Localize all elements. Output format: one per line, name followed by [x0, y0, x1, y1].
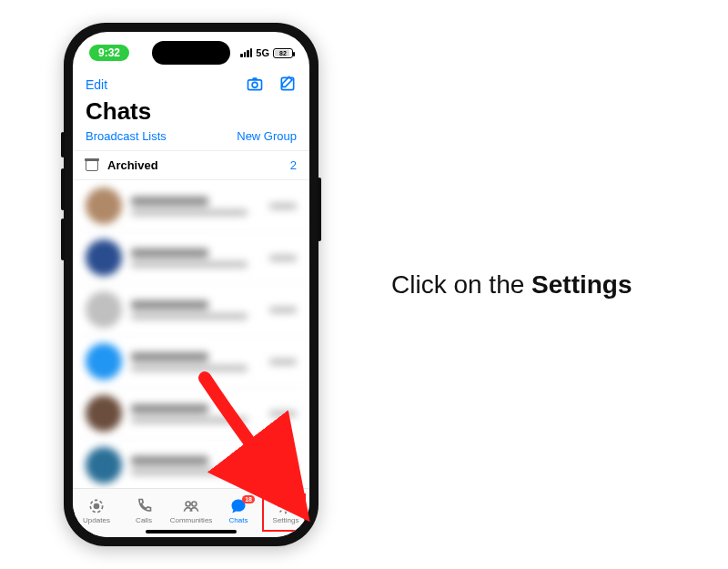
svg-point-4 [95, 503, 99, 508]
chat-text [131, 404, 260, 423]
chat-row[interactable] [73, 284, 309, 336]
archive-icon [86, 160, 98, 171]
link-row: Broadcast Lists New Group [73, 129, 309, 150]
instruction-prefix: Click on the [391, 270, 531, 299]
chat-row[interactable] [73, 440, 309, 488]
chat-row[interactable] [73, 336, 309, 388]
tab-communities[interactable]: Communities [169, 497, 213, 524]
chat-time [269, 411, 297, 417]
tab-label: Communities [170, 516, 213, 524]
status-time: 9:32 [89, 45, 129, 61]
signal-icon [240, 48, 252, 57]
avatar [86, 395, 122, 432]
chat-time [269, 307, 297, 313]
chat-time [269, 203, 297, 209]
tab-settings[interactable]: Settings [264, 497, 308, 524]
tab-calls[interactable]: Calls [122, 497, 166, 524]
svg-point-6 [192, 502, 197, 506]
phone-icon [135, 497, 153, 515]
gear-icon [277, 497, 295, 515]
camera-icon[interactable] [246, 75, 264, 96]
chat-text [131, 249, 260, 268]
edit-button[interactable]: Edit [86, 77, 107, 92]
battery-icon: 82 [273, 48, 293, 58]
archived-row[interactable]: Archived 2 [73, 150, 309, 180]
battery-level: 82 [279, 50, 287, 56]
home-indicator [146, 530, 237, 533]
chat-time [269, 359, 297, 365]
svg-rect-0 [248, 79, 262, 89]
tab-label: Settings [273, 516, 299, 524]
chat-list[interactable] [73, 180, 309, 488]
phone-side-button [61, 218, 65, 260]
status-right: 5G 82 [240, 47, 293, 58]
archived-label: Archived [107, 158, 158, 172]
status-ring-icon [87, 497, 106, 515]
svg-point-5 [186, 502, 190, 506]
compose-icon[interactable] [278, 75, 297, 96]
avatar [86, 447, 122, 483]
unread-badge: 18 [242, 495, 255, 503]
avatar [86, 291, 122, 328]
archived-count: 2 [290, 158, 297, 172]
chat-row[interactable] [73, 232, 309, 284]
chat-text [131, 456, 260, 475]
new-group-link[interactable]: New Group [237, 129, 297, 143]
chat-time [269, 255, 297, 261]
avatar [86, 239, 122, 276]
chat-text [131, 197, 260, 216]
broadcast-lists-link[interactable]: Broadcast Lists [86, 129, 167, 143]
tab-label: Chats [229, 516, 248, 524]
chat-text [131, 352, 260, 371]
chat-row[interactable] [73, 388, 309, 440]
chat-row[interactable] [73, 180, 309, 232]
tab-label: Calls [136, 516, 152, 524]
svg-point-1 [252, 82, 258, 87]
screen: 9:32 5G 82 Edit [73, 32, 309, 537]
avatar [86, 188, 122, 224]
tab-label: Updates [83, 516, 110, 524]
phone-side-button [61, 168, 65, 210]
svg-point-7 [284, 503, 288, 508]
page-title: Chats [73, 96, 309, 129]
network-label: 5G [256, 47, 269, 58]
tab-chats[interactable]: 18 Chats [217, 497, 260, 524]
tab-updates[interactable]: Updates [75, 497, 118, 524]
phone-frame: 9:32 5G 82 Edit [64, 23, 318, 546]
phone-side-button [61, 132, 65, 157]
communities-icon [182, 497, 200, 515]
phone-mockup: 9:32 5G 82 Edit [64, 23, 318, 546]
chat-text [131, 300, 260, 320]
dynamic-island [152, 41, 230, 65]
nav-row: Edit [73, 74, 309, 96]
phone-side-button [318, 178, 321, 241]
instruction-bold: Settings [531, 270, 632, 299]
chat-time [269, 462, 297, 469]
instruction-text: Click on the Settings [391, 270, 632, 300]
avatar [86, 343, 122, 380]
